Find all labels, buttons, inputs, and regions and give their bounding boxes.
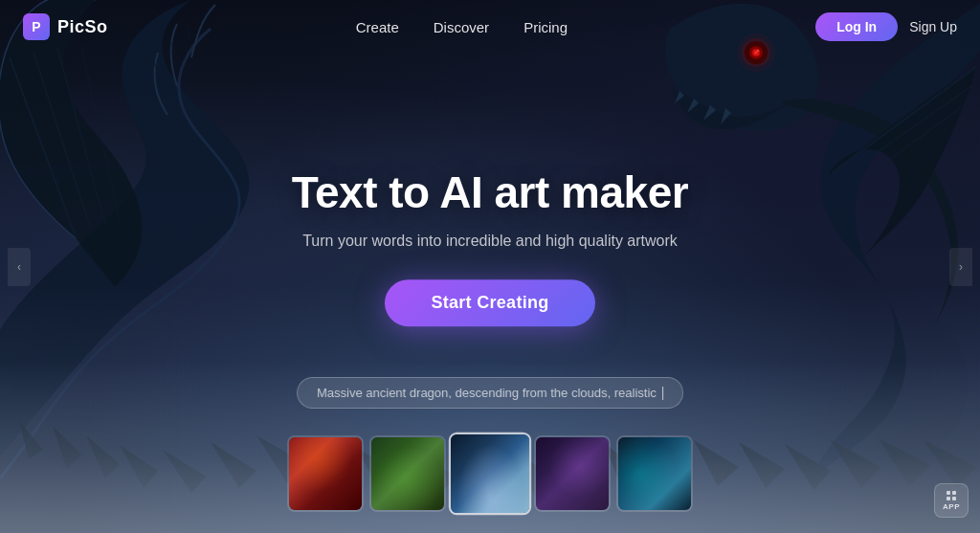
thumb-image-2 <box>371 437 444 510</box>
hero-subtitle: Turn your words into incredible and high… <box>203 230 777 253</box>
prompt-cursor <box>662 387 663 400</box>
logo[interactable]: P PicSo <box>23 13 108 40</box>
thumbnail-1[interactable] <box>287 435 364 512</box>
hero-title: Text to AI art maker <box>203 168 777 217</box>
hero-content: Text to AI art maker Turn your words int… <box>203 168 777 327</box>
app-download-button[interactable]: APP <box>934 483 969 518</box>
thumb-image-5 <box>618 437 691 510</box>
thumbnail-3[interactable] <box>449 433 531 515</box>
nav-links: Create Discover Pricing <box>356 19 568 35</box>
prompt-badge: Massive ancient dragon, descending from … <box>297 377 683 409</box>
nav-actions: Log In Sign Up <box>815 12 957 41</box>
thumbnail-5[interactable] <box>616 435 693 512</box>
logo-text: PicSo <box>57 17 108 37</box>
app-icon <box>947 491 956 500</box>
thumb-image-1 <box>289 437 362 510</box>
login-button[interactable]: Log In <box>815 12 898 41</box>
nav-link-create[interactable]: Create <box>356 19 399 35</box>
right-nav-arrow[interactable]: › <box>949 248 972 286</box>
navbar: P PicSo Create Discover Pricing Log In S… <box>0 0 980 54</box>
thumb-image-4 <box>536 437 609 510</box>
app-button-label: APP <box>943 502 960 511</box>
signup-button[interactable]: Sign Up <box>909 19 957 34</box>
prompt-area: Massive ancient dragon, descending from … <box>297 377 683 409</box>
prompt-text: Massive ancient dragon, descending from … <box>317 386 657 400</box>
logo-icon: P <box>23 13 50 40</box>
start-creating-button[interactable]: Start Creating <box>385 279 594 326</box>
thumb-image-3 <box>451 434 529 513</box>
nav-link-discover[interactable]: Discover <box>434 19 489 35</box>
left-nav-arrow[interactable]: ‹ <box>8 248 31 286</box>
nav-link-pricing[interactable]: Pricing <box>523 19 568 35</box>
thumbnail-2[interactable] <box>369 435 446 512</box>
thumbnail-gallery <box>287 435 693 512</box>
thumbnail-4[interactable] <box>534 435 611 512</box>
